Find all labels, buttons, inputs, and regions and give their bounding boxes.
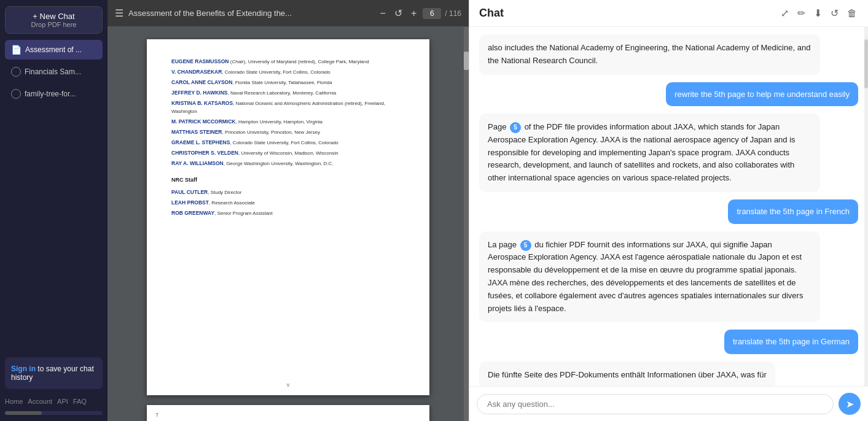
chat-title: Chat bbox=[479, 7, 504, 20]
chat-input[interactable] bbox=[477, 394, 834, 414]
chat-messages: also includes the National Academy of En… bbox=[469, 27, 868, 386]
edit-icon[interactable]: ✏ bbox=[796, 6, 807, 20]
message-user-3: translate the 5th page in German bbox=[724, 330, 858, 354]
page-input[interactable]: 6 bbox=[423, 8, 441, 19]
pdf-title: Assessment of the Benefits of Extending … bbox=[128, 9, 373, 18]
sidebar-item-label: Financials Sam... bbox=[25, 68, 81, 76]
message-text: du fichier PDF fournit des informations … bbox=[488, 240, 803, 313]
person-row: JEFFREY D. HAWKINS, Naval Research Labor… bbox=[171, 89, 405, 97]
sign-in-box: Sign in to save your chat history bbox=[5, 357, 103, 389]
footer-account[interactable]: Account bbox=[28, 398, 52, 405]
page-badge: 5 bbox=[510, 122, 521, 133]
dot-icon bbox=[11, 67, 21, 77]
sidebar-scrollbar[interactable] bbox=[5, 411, 103, 415]
message-ai-2: Page 5 of the PDF file provides informat… bbox=[479, 114, 820, 192]
reset-zoom-button[interactable]: ↺ bbox=[392, 6, 405, 20]
new-chat-label: + New Chat bbox=[13, 12, 95, 21]
sidebar-item-assessment[interactable]: 📄 Assessment of ... bbox=[5, 40, 103, 60]
page-number: v bbox=[287, 381, 290, 390]
new-chat-button[interactable]: + New Chat Drop PDF here bbox=[5, 6, 103, 34]
expand-icon[interactable]: ⤢ bbox=[780, 6, 790, 20]
sidebar-footer: Home Account API FAQ bbox=[5, 395, 103, 407]
dot-icon bbox=[11, 89, 21, 99]
pdf-controls: − ↺ + 6 / 116 bbox=[378, 6, 461, 20]
chat-panel: Chat ⤢ ✏ ⬇ ↺ 🗑 also includes the Nationa… bbox=[469, 0, 868, 421]
message-user-1: rewrite the 5th page to help me understa… bbox=[666, 82, 858, 107]
sidebar-item-label: family-tree-for... bbox=[25, 90, 76, 98]
message-ai-3: La page 5 du fichier PDF fournit des inf… bbox=[479, 231, 820, 323]
footer-faq[interactable]: FAQ bbox=[73, 398, 87, 405]
chat-input-area: ➤ bbox=[469, 386, 868, 421]
footer-home[interactable]: Home bbox=[5, 398, 23, 405]
message-text: rewrite the 5th page to help me understa… bbox=[674, 90, 850, 99]
message-text: translate the 5th page in German bbox=[733, 337, 850, 346]
message-ai-1: also includes the National Academy of En… bbox=[479, 34, 820, 75]
delete-icon[interactable]: 🗑 bbox=[846, 6, 858, 20]
page7-num: 7 bbox=[155, 411, 158, 420]
staff-row: ROB GREENWAY, Senior Program Assistant bbox=[171, 209, 405, 217]
sidebar-item-financials[interactable]: Financials Sam... bbox=[5, 62, 103, 82]
message-ai-partial: Die fünfte Seite des PDF-Dokuments enthä… bbox=[479, 361, 775, 386]
refresh-icon[interactable]: ↺ bbox=[829, 6, 840, 20]
download-icon[interactable]: ⬇ bbox=[813, 6, 823, 20]
pdf-page-7: 7 BOARD ON ATMOSPHERIC SCIENCES AND CLIM… bbox=[147, 405, 429, 421]
message-user-2: translate the 5th page in French bbox=[728, 199, 858, 224]
chat-header: Chat ⤢ ✏ ⬇ ↺ 🗑 bbox=[469, 0, 868, 27]
page-total: / 116 bbox=[445, 9, 461, 18]
message-prefix: Page bbox=[488, 122, 506, 131]
person-row: RAY A. WILLIAMSON, George Washington Uni… bbox=[171, 160, 405, 168]
document-icon: 📄 bbox=[11, 45, 22, 55]
person-row: CAROL ANNE CLAYSON, Florida State Univer… bbox=[171, 79, 405, 87]
sidebar-item-label: Assessment of ... bbox=[25, 45, 82, 54]
sidebar-item-family-tree[interactable]: family-tree-for... bbox=[5, 84, 103, 104]
page-badge: 5 bbox=[520, 240, 531, 251]
person-row: KRISTINA B. KATSAROS, National Oceanic a… bbox=[171, 99, 405, 115]
pdf-doc-icon: ☰ bbox=[115, 7, 123, 19]
send-icon: ➤ bbox=[846, 398, 854, 410]
staff-row: LEAH PROBST, Research Associate bbox=[171, 199, 405, 207]
person-row: CHRISTOPHER S. VELDEN, University of Wis… bbox=[171, 149, 405, 157]
person-row: GRAEME L. STEPHENS, Colorado State Unive… bbox=[171, 139, 405, 147]
person-row: M. PATRICK MCCORMICK, Hampton University… bbox=[171, 118, 405, 126]
drop-pdf-label: Drop PDF here bbox=[13, 21, 95, 28]
pdf-toolbar: ☰ Assessment of the Benefits of Extendin… bbox=[108, 0, 469, 27]
message-text: Die fünfte Seite des PDF-Dokuments enthä… bbox=[488, 370, 767, 379]
message-text: also includes the National Academy of En… bbox=[488, 43, 810, 65]
chat-header-actions: ⤢ ✏ ⬇ ↺ 🗑 bbox=[780, 6, 858, 20]
send-button[interactable]: ➤ bbox=[839, 393, 861, 415]
zoom-in-button[interactable]: + bbox=[409, 7, 419, 20]
nrc-staff-header: NRC Staff bbox=[171, 176, 405, 185]
chat-scrollbar-thumb[interactable] bbox=[864, 39, 868, 88]
person-row: EUGENE RASMUSSON (Chair), University of … bbox=[171, 58, 405, 66]
staff-row: PAUL CUTLER, Study Director bbox=[171, 188, 405, 196]
zoom-out-button[interactable]: − bbox=[378, 7, 388, 20]
pdf-scrollbar-track bbox=[464, 27, 469, 421]
pdf-page-6: EUGENE RASMUSSON (Chair), University of … bbox=[147, 39, 429, 395]
pdf-content[interactable]: EUGENE RASMUSSON (Chair), University of … bbox=[108, 27, 469, 421]
footer-api[interactable]: API bbox=[57, 398, 68, 405]
pdf-scrollbar-thumb[interactable] bbox=[464, 52, 469, 70]
chat-scrollbar-track bbox=[864, 27, 868, 387]
sign-in-link[interactable]: Sign in bbox=[11, 365, 36, 373]
person-row: V. CHANDRASEKAR, Colorado State Universi… bbox=[171, 68, 405, 76]
message-prefix: La page bbox=[488, 240, 517, 249]
person-row: MATTHIAS STEINER, Princeton University, … bbox=[171, 128, 405, 136]
pdf-viewer: ☰ Assessment of the Benefits of Extendin… bbox=[108, 0, 469, 421]
sidebar: + New Chat Drop PDF here 📄 Assessment of… bbox=[0, 0, 108, 421]
message-text: translate the 5th page in French bbox=[737, 207, 850, 216]
message-text: of the PDF file provides information abo… bbox=[488, 122, 796, 182]
